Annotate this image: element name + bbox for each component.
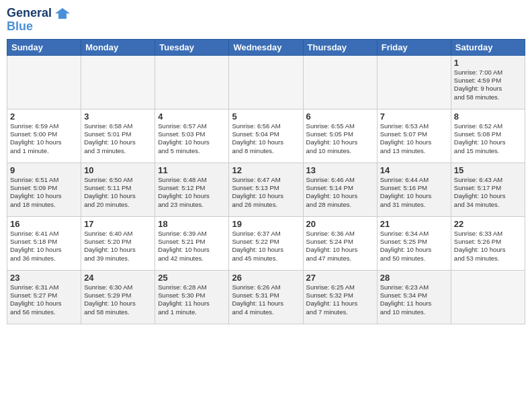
day-info: Sunrise: 6:37 AM Sunset: 5:22 PM Dayligh… bbox=[232, 230, 300, 263]
day-info: Sunrise: 6:50 AM Sunset: 5:11 PM Dayligh… bbox=[84, 176, 152, 209]
logo-blue: Blue bbox=[7, 20, 70, 34]
day-info: Sunrise: 6:57 AM Sunset: 5:03 PM Dayligh… bbox=[158, 122, 226, 155]
day-number: 1 bbox=[454, 58, 522, 68]
day-cell: 26Sunrise: 6:26 AM Sunset: 5:31 PM Dayli… bbox=[229, 270, 303, 324]
day-info: Sunrise: 6:36 AM Sunset: 5:24 PM Dayligh… bbox=[306, 230, 374, 263]
weekday-header-tuesday: Tuesday bbox=[155, 39, 229, 55]
page: General Blue SundayMondayTuesdayWednesda… bbox=[0, 0, 532, 411]
weekday-header-row: SundayMondayTuesdayWednesdayThursdayFrid… bbox=[7, 39, 525, 55]
weekday-header-monday: Monday bbox=[81, 39, 155, 55]
day-number: 26 bbox=[232, 273, 300, 283]
day-number: 11 bbox=[158, 165, 226, 175]
day-info: Sunrise: 6:43 AM Sunset: 5:17 PM Dayligh… bbox=[454, 176, 522, 209]
day-cell: 8Sunrise: 6:52 AM Sunset: 5:08 PM Daylig… bbox=[451, 109, 525, 163]
day-cell: 27Sunrise: 6:25 AM Sunset: 5:32 PM Dayli… bbox=[303, 270, 377, 324]
day-cell bbox=[81, 55, 155, 109]
day-number: 14 bbox=[380, 165, 448, 175]
day-info: Sunrise: 6:26 AM Sunset: 5:31 PM Dayligh… bbox=[232, 283, 300, 316]
day-number: 24 bbox=[84, 273, 152, 283]
day-number: 5 bbox=[232, 111, 300, 122]
day-cell bbox=[303, 55, 377, 109]
header: General Blue bbox=[7, 7, 525, 34]
day-info: Sunrise: 6:31 AM Sunset: 5:27 PM Dayligh… bbox=[10, 283, 78, 316]
day-number: 23 bbox=[10, 273, 78, 283]
week-row-4: 23Sunrise: 6:31 AM Sunset: 5:27 PM Dayli… bbox=[7, 270, 525, 324]
day-number: 21 bbox=[380, 219, 448, 229]
day-cell: 11Sunrise: 6:48 AM Sunset: 5:12 PM Dayli… bbox=[155, 163, 229, 216]
day-number: 20 bbox=[306, 219, 374, 229]
day-cell: 25Sunrise: 6:28 AM Sunset: 5:30 PM Dayli… bbox=[155, 270, 229, 324]
day-cell: 14Sunrise: 6:44 AM Sunset: 5:16 PM Dayli… bbox=[377, 163, 451, 216]
logo-text: General bbox=[7, 7, 70, 20]
day-info: Sunrise: 6:44 AM Sunset: 5:16 PM Dayligh… bbox=[380, 176, 448, 209]
week-row-3: 16Sunrise: 6:41 AM Sunset: 5:18 PM Dayli… bbox=[7, 216, 525, 270]
day-number: 7 bbox=[380, 111, 448, 122]
day-info: Sunrise: 7:00 AM Sunset: 4:59 PM Dayligh… bbox=[454, 68, 522, 101]
day-cell: 24Sunrise: 6:30 AM Sunset: 5:29 PM Dayli… bbox=[81, 270, 155, 324]
day-cell: 23Sunrise: 6:31 AM Sunset: 5:27 PM Dayli… bbox=[7, 270, 81, 324]
calendar: SundayMondayTuesdayWednesdayThursdayFrid… bbox=[7, 39, 525, 324]
day-info: Sunrise: 6:51 AM Sunset: 5:09 PM Dayligh… bbox=[10, 176, 78, 209]
day-info: Sunrise: 6:53 AM Sunset: 5:07 PM Dayligh… bbox=[380, 122, 448, 155]
day-info: Sunrise: 6:56 AM Sunset: 5:04 PM Dayligh… bbox=[232, 122, 300, 155]
day-number: 6 bbox=[306, 111, 374, 122]
weekday-header-wednesday: Wednesday bbox=[229, 39, 303, 55]
week-row-2: 9Sunrise: 6:51 AM Sunset: 5:09 PM Daylig… bbox=[7, 163, 525, 216]
day-info: Sunrise: 6:46 AM Sunset: 5:14 PM Dayligh… bbox=[306, 176, 374, 209]
day-number: 12 bbox=[232, 165, 300, 175]
day-number: 17 bbox=[84, 219, 152, 229]
day-cell: 22Sunrise: 6:33 AM Sunset: 5:26 PM Dayli… bbox=[451, 216, 525, 270]
day-number: 2 bbox=[10, 111, 78, 122]
day-cell: 13Sunrise: 6:46 AM Sunset: 5:14 PM Dayli… bbox=[303, 163, 377, 216]
weekday-header-saturday: Saturday bbox=[451, 39, 525, 55]
weekday-header-friday: Friday bbox=[377, 39, 451, 55]
day-cell: 15Sunrise: 6:43 AM Sunset: 5:17 PM Dayli… bbox=[451, 163, 525, 216]
day-cell: 16Sunrise: 6:41 AM Sunset: 5:18 PM Dayli… bbox=[7, 216, 81, 270]
day-cell: 21Sunrise: 6:34 AM Sunset: 5:25 PM Dayli… bbox=[377, 216, 451, 270]
week-row-1: 2Sunrise: 6:59 AM Sunset: 5:00 PM Daylig… bbox=[7, 109, 525, 163]
day-number: 22 bbox=[454, 219, 522, 229]
day-number: 8 bbox=[454, 111, 522, 122]
day-info: Sunrise: 6:28 AM Sunset: 5:30 PM Dayligh… bbox=[158, 283, 226, 316]
week-row-0: 1Sunrise: 7:00 AM Sunset: 4:59 PM Daylig… bbox=[7, 55, 525, 109]
day-cell: 4Sunrise: 6:57 AM Sunset: 5:03 PM Daylig… bbox=[155, 109, 229, 163]
day-cell: 17Sunrise: 6:40 AM Sunset: 5:20 PM Dayli… bbox=[81, 216, 155, 270]
day-info: Sunrise: 6:40 AM Sunset: 5:20 PM Dayligh… bbox=[84, 230, 152, 263]
day-cell: 3Sunrise: 6:58 AM Sunset: 5:01 PM Daylig… bbox=[81, 109, 155, 163]
day-cell: 18Sunrise: 6:39 AM Sunset: 5:21 PM Dayli… bbox=[155, 216, 229, 270]
day-cell: 1Sunrise: 7:00 AM Sunset: 4:59 PM Daylig… bbox=[451, 55, 525, 109]
day-info: Sunrise: 6:58 AM Sunset: 5:01 PM Dayligh… bbox=[84, 122, 152, 155]
day-cell: 28Sunrise: 6:23 AM Sunset: 5:34 PM Dayli… bbox=[377, 270, 451, 324]
day-cell bbox=[229, 55, 303, 109]
day-info: Sunrise: 6:48 AM Sunset: 5:12 PM Dayligh… bbox=[158, 176, 226, 209]
svg-marker-0 bbox=[55, 8, 70, 19]
logo: General Blue bbox=[7, 7, 70, 34]
day-number: 18 bbox=[158, 219, 226, 229]
day-number: 9 bbox=[10, 165, 78, 175]
day-number: 16 bbox=[10, 219, 78, 229]
day-cell: 5Sunrise: 6:56 AM Sunset: 5:04 PM Daylig… bbox=[229, 109, 303, 163]
day-number: 27 bbox=[306, 273, 374, 283]
day-cell bbox=[7, 55, 81, 109]
day-info: Sunrise: 6:55 AM Sunset: 5:05 PM Dayligh… bbox=[306, 122, 374, 155]
weekday-header-thursday: Thursday bbox=[303, 39, 377, 55]
day-info: Sunrise: 6:23 AM Sunset: 5:34 PM Dayligh… bbox=[380, 283, 448, 316]
day-number: 3 bbox=[84, 111, 152, 122]
day-cell bbox=[377, 55, 451, 109]
day-info: Sunrise: 6:25 AM Sunset: 5:32 PM Dayligh… bbox=[306, 283, 374, 316]
day-number: 10 bbox=[84, 165, 152, 175]
day-info: Sunrise: 6:59 AM Sunset: 5:00 PM Dayligh… bbox=[10, 122, 78, 155]
day-info: Sunrise: 6:33 AM Sunset: 5:26 PM Dayligh… bbox=[454, 230, 522, 263]
day-cell: 7Sunrise: 6:53 AM Sunset: 5:07 PM Daylig… bbox=[377, 109, 451, 163]
day-number: 4 bbox=[158, 111, 226, 122]
day-info: Sunrise: 6:47 AM Sunset: 5:13 PM Dayligh… bbox=[232, 176, 300, 209]
day-info: Sunrise: 6:34 AM Sunset: 5:25 PM Dayligh… bbox=[380, 230, 448, 263]
day-info: Sunrise: 6:41 AM Sunset: 5:18 PM Dayligh… bbox=[10, 230, 78, 263]
day-cell: 10Sunrise: 6:50 AM Sunset: 5:11 PM Dayli… bbox=[81, 163, 155, 216]
day-cell: 6Sunrise: 6:55 AM Sunset: 5:05 PM Daylig… bbox=[303, 109, 377, 163]
day-cell: 2Sunrise: 6:59 AM Sunset: 5:00 PM Daylig… bbox=[7, 109, 81, 163]
day-info: Sunrise: 6:30 AM Sunset: 5:29 PM Dayligh… bbox=[84, 283, 152, 316]
day-cell: 20Sunrise: 6:36 AM Sunset: 5:24 PM Dayli… bbox=[303, 216, 377, 270]
day-number: 28 bbox=[380, 273, 448, 283]
day-cell bbox=[155, 55, 229, 109]
